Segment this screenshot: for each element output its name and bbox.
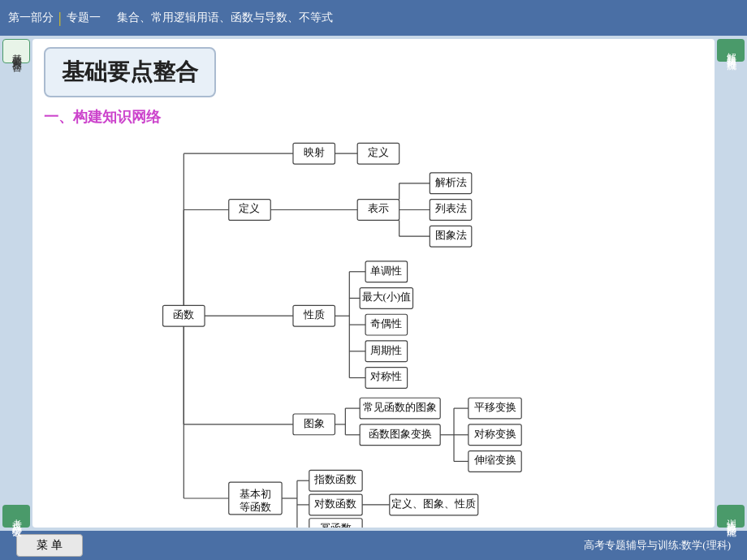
svg-text:定义、图象、性质: 定义、图象、性质 xyxy=(391,498,476,510)
svg-text:对数函数: 对数函数 xyxy=(314,498,356,510)
svg-text:列表法: 列表法 xyxy=(435,203,467,214)
top-part: 第一部分 xyxy=(8,11,54,25)
section-title: 一、构建知识网络 xyxy=(44,107,703,127)
main-layout: 基础要点整合 考点核心突破 基础要点整合 一、构建知识网络 .node-bo xyxy=(0,36,747,531)
svg-text:函数图象变换: 函数图象变换 xyxy=(369,429,432,440)
sidebar-tab-jichuyaodian[interactable]: 基础要点整合 xyxy=(2,39,30,63)
right-sidebar: 解题规范流程 训练高效提能 xyxy=(715,36,747,531)
svg-text:奇偶性: 奇偶性 xyxy=(370,318,402,330)
svg-text:基本初: 基本初 xyxy=(240,489,271,500)
svg-text:定义: 定义 xyxy=(368,147,389,158)
right-tab-jietiguifan[interactable]: 解题规范流程 xyxy=(717,39,745,62)
svg-text:常见函数的图象: 常见函数的图象 xyxy=(363,402,437,413)
page-title: 基础要点整合 xyxy=(62,57,198,88)
top-bar: 第一部分 | 专题一 集合、常用逻辑用语、函数与导数、不等式 xyxy=(0,0,747,36)
svg-text:幂函数: 幂函数 xyxy=(320,523,352,528)
svg-text:最大(小)值: 最大(小)值 xyxy=(362,291,412,303)
title-box: 基础要点整合 xyxy=(44,47,216,97)
right-label-2: 训练高效提能 xyxy=(724,511,738,521)
copyright-text: 高考专题辅导与训练:数学(理科) xyxy=(584,538,731,553)
svg-text:图象法: 图象法 xyxy=(435,230,467,241)
sidebar-tab-kaodian[interactable]: 考点核心突破 xyxy=(2,505,30,528)
svg-text:表示: 表示 xyxy=(368,203,389,214)
svg-text:等函数: 等函数 xyxy=(240,502,271,513)
knowledge-network-svg: .node-box { fill: white; stroke: #444; s… xyxy=(44,135,703,528)
menu-label: 菜 单 xyxy=(37,538,63,551)
top-topic: 专题一 xyxy=(67,11,101,25)
right-label-1: 解题规范流程 xyxy=(724,45,738,55)
sidebar-label-1: 基础要点整合 xyxy=(10,46,24,56)
svg-text:图象: 图象 xyxy=(304,418,325,429)
menu-button[interactable]: 菜 单 xyxy=(16,534,83,557)
svg-text:函数: 函数 xyxy=(173,309,194,321)
svg-text:平移变换: 平移变换 xyxy=(474,402,516,413)
svg-text:单调性: 单调性 xyxy=(370,265,402,277)
svg-text:伸缩变换: 伸缩变换 xyxy=(473,454,516,466)
svg-text:周期性: 周期性 xyxy=(370,345,402,356)
svg-text:对称变换: 对称变换 xyxy=(474,429,516,440)
left-sidebar: 基础要点整合 考点核心突破 xyxy=(0,36,32,531)
diagram-area: .node-box { fill: white; stroke: #444; s… xyxy=(44,135,703,528)
svg-text:对称性: 对称性 xyxy=(370,371,402,382)
svg-text:性质: 性质 xyxy=(303,309,325,321)
svg-text:定义: 定义 xyxy=(240,203,261,214)
bottom-bar: 菜 单 高考专题辅导与训练:数学(理科) xyxy=(0,531,747,560)
svg-text:映射: 映射 xyxy=(304,147,325,158)
center-content: 基础要点整合 一、构建知识网络 .node-box { fill: white;… xyxy=(32,39,715,528)
svg-text:解析法: 解析法 xyxy=(435,177,467,188)
top-title: 集合、常用逻辑用语、函数与导数、不等式 xyxy=(117,11,333,25)
sep1: | xyxy=(58,10,62,27)
sidebar-label-2: 考点核心突破 xyxy=(10,511,24,521)
right-tab-xunlian[interactable]: 训练高效提能 xyxy=(717,505,745,528)
svg-text:指数函数: 指数函数 xyxy=(313,474,356,485)
